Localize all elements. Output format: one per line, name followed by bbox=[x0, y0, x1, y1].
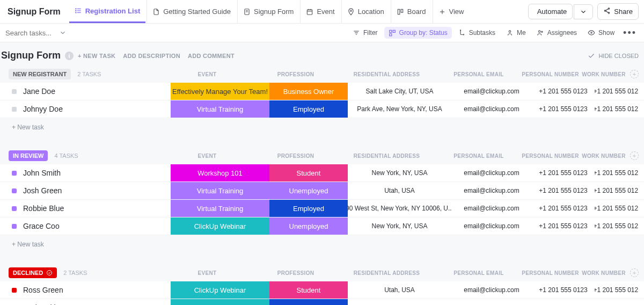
personal-number-cell[interactable]: +1 201 555 0123 bbox=[532, 299, 595, 305]
task-name[interactable]: Ross Green bbox=[23, 286, 63, 294]
event-tag[interactable]: Virtual Training bbox=[171, 200, 269, 217]
work-number-cell[interactable]: +1 201 555 012: bbox=[595, 200, 639, 217]
me-button[interactable]: Me bbox=[502, 27, 530, 39]
profession-tag[interactable]: Employed bbox=[269, 200, 348, 217]
email-cell[interactable]: email@clickup.com bbox=[451, 164, 532, 181]
event-tag[interactable]: Workshop 101 bbox=[171, 164, 269, 181]
column-header[interactable]: PERSONAL NUMBER bbox=[519, 153, 582, 159]
event-tag[interactable]: ClickUp Webinar bbox=[171, 217, 269, 235]
address-cell[interactable]: Park Ave, New York, NY, USA bbox=[348, 100, 451, 118]
column-header[interactable]: EVENT bbox=[158, 71, 257, 77]
personal-number-cell[interactable]: +1 201 555 0123 bbox=[532, 164, 595, 181]
event-tag[interactable]: Virtual Training bbox=[171, 182, 269, 199]
filter-button[interactable]: Filter bbox=[348, 27, 382, 39]
column-header[interactable]: EVENT bbox=[158, 270, 257, 276]
status-square-icon[interactable] bbox=[12, 224, 17, 229]
email-cell[interactable]: email@clickup.com bbox=[451, 281, 532, 299]
view-tab[interactable]: Getting Started Guide bbox=[147, 0, 236, 23]
table-row[interactable]: Robbie Blue Virtual Training Employed 90… bbox=[0, 200, 644, 217]
column-header[interactable]: WORK NUMBER bbox=[582, 71, 626, 77]
search-input[interactable] bbox=[5, 29, 59, 37]
personal-number-cell[interactable]: +1 201 555 0123 bbox=[532, 281, 595, 299]
task-name[interactable]: Robbie Blue bbox=[23, 204, 64, 213]
column-header[interactable]: RESIDENTIAL ADDRESS bbox=[335, 71, 438, 77]
new-task-link[interactable]: + NEW TASK bbox=[78, 53, 115, 59]
add-description-link[interactable]: ADD DESCRIPTION bbox=[123, 53, 180, 59]
event-tag[interactable]: ClickUp Webinar bbox=[171, 299, 269, 305]
work-number-cell[interactable]: +1 201 555 012: bbox=[595, 299, 639, 305]
show-button[interactable]: Show bbox=[583, 27, 619, 39]
work-number-cell[interactable]: +1 201 555 012: bbox=[595, 164, 639, 181]
status-pill[interactable]: DECLINED bbox=[9, 267, 57, 278]
task-name[interactable]: Jane Doe bbox=[23, 87, 55, 96]
status-square-icon[interactable] bbox=[12, 188, 17, 193]
column-header[interactable]: RESIDENTIAL ADDRESS bbox=[335, 153, 438, 159]
group-by-button[interactable]: Group by: Status bbox=[384, 27, 452, 39]
email-cell[interactable]: email@clickup.com bbox=[451, 182, 532, 199]
profession-tag[interactable]: Employed bbox=[269, 100, 348, 118]
add-column-button[interactable]: + bbox=[630, 268, 639, 277]
address-cell[interactable]: Brooklyn, NY 11216, United States bbox=[348, 299, 451, 305]
table-row[interactable]: Josh Green Virtual Training Unemployed U… bbox=[0, 182, 644, 200]
personal-number-cell[interactable]: +1 201 555 0123 bbox=[532, 182, 595, 199]
automate-chevron[interactable] bbox=[574, 4, 593, 19]
subtasks-button[interactable]: Subtasks bbox=[454, 27, 500, 39]
profession-tag[interactable]: Employed bbox=[269, 299, 348, 305]
add-comment-link[interactable]: ADD COMMENT bbox=[188, 53, 235, 59]
address-cell[interactable]: New York, NY, USA bbox=[348, 217, 451, 235]
profession-tag[interactable]: Unemployed bbox=[269, 182, 348, 199]
address-cell[interactable]: 90 West St, New York, NY 10006, U... bbox=[348, 200, 451, 217]
personal-number-cell[interactable]: +1 201 555 0123 bbox=[532, 83, 595, 100]
profession-tag[interactable]: Unemployed bbox=[269, 217, 348, 235]
profession-tag[interactable]: Business Owner bbox=[269, 83, 348, 100]
address-cell[interactable]: New York, NY, USA bbox=[348, 164, 451, 181]
task-name[interactable]: Johnyy Doe bbox=[23, 105, 63, 113]
work-number-cell[interactable]: +1 201 555 012: bbox=[595, 217, 639, 235]
event-tag[interactable]: Virtual Training bbox=[171, 100, 269, 118]
email-cell[interactable]: email@clickup.com bbox=[451, 200, 532, 217]
status-pill[interactable]: IN REVIEW bbox=[9, 150, 48, 161]
work-number-cell[interactable]: +1 201 555 012: bbox=[595, 100, 639, 118]
address-cell[interactable]: Utah, USA bbox=[348, 182, 451, 199]
column-header[interactable]: WORK NUMBER bbox=[582, 270, 626, 276]
hide-closed-toggle[interactable]: HIDE CLOSED bbox=[588, 52, 639, 60]
profession-tag[interactable]: Student bbox=[269, 164, 348, 181]
email-cell[interactable]: email@clickup.com bbox=[451, 299, 532, 305]
work-number-cell[interactable]: +1 201 555 012: bbox=[595, 281, 639, 299]
view-tab[interactable]: Board bbox=[391, 0, 431, 23]
view-tab[interactable]: Event bbox=[300, 0, 340, 23]
search-box[interactable] bbox=[5, 29, 80, 37]
address-cell[interactable]: Utah, USA bbox=[348, 281, 451, 299]
status-square-icon[interactable] bbox=[12, 89, 17, 94]
share-button[interactable]: Share bbox=[597, 3, 639, 20]
column-header[interactable]: RESIDENTIAL ADDRESS bbox=[335, 270, 438, 276]
column-header[interactable]: PROFESSION bbox=[257, 153, 335, 159]
task-name[interactable]: Grace Coo bbox=[23, 222, 60, 230]
info-icon[interactable]: i bbox=[65, 52, 74, 60]
column-header[interactable]: PERSONAL EMAIL bbox=[438, 270, 519, 276]
column-header[interactable]: EVENT bbox=[158, 153, 257, 159]
email-cell[interactable]: email@clickup.com bbox=[451, 217, 532, 235]
profession-tag[interactable]: Student bbox=[269, 281, 348, 299]
table-row[interactable]: Johnyy Doe Virtual Training Employed Par… bbox=[0, 100, 644, 118]
column-header[interactable]: PROFESSION bbox=[257, 270, 335, 276]
status-pill[interactable]: NEW REGISTRANT bbox=[9, 69, 71, 79]
work-number-cell[interactable]: +1 201 555 012: bbox=[595, 83, 639, 100]
status-square-icon[interactable] bbox=[12, 206, 17, 211]
view-tab[interactable]: Location bbox=[341, 0, 390, 23]
assignees-button[interactable]: Assignees bbox=[532, 27, 581, 39]
status-square-icon[interactable] bbox=[12, 171, 17, 176]
column-header[interactable]: PROFESSION bbox=[257, 71, 335, 77]
table-row[interactable]: Ross Green ClickUp Webinar Student Utah,… bbox=[0, 281, 644, 299]
view-tab[interactable]: Signup Form bbox=[237, 0, 299, 23]
personal-number-cell[interactable]: +1 201 555 0123 bbox=[532, 217, 595, 235]
column-header[interactable]: WORK NUMBER bbox=[582, 153, 626, 159]
event-tag[interactable]: Effectively Manage Your Team! bbox=[171, 83, 269, 100]
automate-button[interactable]: Automate bbox=[528, 4, 573, 19]
new-task-button[interactable]: + New task bbox=[0, 118, 644, 136]
add-column-button[interactable]: + bbox=[630, 70, 639, 78]
address-cell[interactable]: Salt Lake City, UT, USA bbox=[348, 83, 451, 100]
email-cell[interactable]: email@clickup.com bbox=[451, 100, 532, 118]
table-row[interactable]: John Smith Workshop 101 Student New York… bbox=[0, 164, 644, 182]
view-tab[interactable]: Registration List bbox=[69, 0, 146, 23]
